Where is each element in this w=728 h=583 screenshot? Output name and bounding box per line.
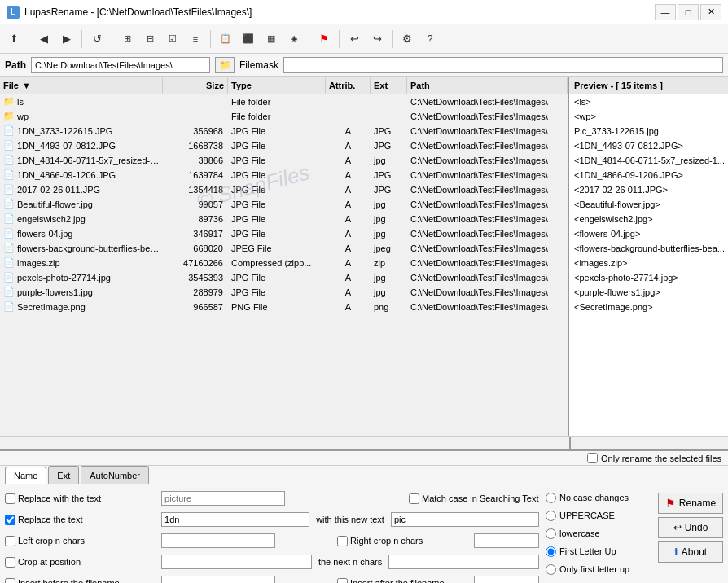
path-input[interactable] (31, 57, 210, 73)
list-item[interactable]: <Beautiful-flower.jpg> (569, 197, 728, 212)
table-row[interactable]: 📄 engelswisch2.jpg 89736 JPG File A jpg … (0, 212, 568, 226)
list-item[interactable]: <wp> (569, 109, 728, 124)
tool-btn-8[interactable]: ◈ (283, 28, 305, 50)
folder-up-button[interactable]: ⬆ (3, 28, 24, 50)
tool-btn-2[interactable]: ⊟ (139, 28, 160, 50)
table-row[interactable]: 📄 flowers-04.jpg 346917 JPG File A jpg C… (0, 226, 568, 241)
col-header-attrib[interactable]: Attrib. (326, 77, 371, 94)
replace-text-row: Replace the text (5, 511, 155, 528)
file-hscroll[interactable] (0, 437, 569, 449)
settings-button[interactable]: ⚙ (397, 28, 418, 50)
crop-at-position-checkbox[interactable] (5, 557, 15, 568)
col-header-file[interactable]: File ▼ (0, 77, 163, 94)
radio-only-first-input[interactable] (546, 564, 556, 575)
table-row[interactable]: 📄 1DN_3733-122615.JPG 356968 JPG File A … (0, 124, 568, 138)
table-row[interactable]: 📄 SecretImage.png 966587 PNG File A png … (0, 300, 568, 314)
tool-btn-4[interactable]: ≡ (185, 28, 206, 50)
list-item[interactable]: <purple-flowers1.jpg> (569, 285, 728, 300)
insert-before-input[interactable] (161, 576, 275, 583)
redo-toolbar-button[interactable]: ↪ (366, 28, 388, 50)
minimize-button[interactable]: — (655, 4, 676, 20)
radio-first-upper-input[interactable] (546, 546, 556, 557)
table-row[interactable]: 📄 purple-flowers1.jpg 288979 JPG File A … (0, 285, 568, 300)
radio-no-change-input[interactable] (546, 493, 556, 503)
preview-body[interactable]: <ls><wp>Pic_3733-122615.jpg<1DN_4493-07-… (569, 94, 728, 436)
right-crop-input[interactable] (474, 533, 539, 548)
tab-ext[interactable]: Ext (48, 466, 79, 484)
next-n-chars-input[interactable] (388, 555, 539, 569)
table-row[interactable]: 📄 1DN_4814-06-0711-5x7_resized-1.j... 38… (0, 153, 568, 168)
radio-lowercase-input[interactable] (546, 528, 556, 539)
col-header-size[interactable]: Size (163, 77, 228, 94)
with-new-text-input[interactable] (391, 512, 539, 527)
table-row[interactable]: 📄 1DN_4866-09-1206.JPG 1639784 JPG File … (0, 168, 568, 182)
list-item[interactable]: <pexels-photo-27714.jpg> (569, 270, 728, 285)
radio-uppercase-input[interactable] (546, 511, 556, 521)
insert-after-input[interactable] (474, 576, 539, 583)
file-ext: jpg (371, 214, 407, 224)
list-item[interactable]: <1DN_4814-06-0711-5x7_resized-1... (569, 153, 728, 168)
rename-button[interactable]: ⚑ Rename (658, 493, 723, 514)
tool-btn-5[interactable]: 📋 (215, 28, 236, 50)
crop-at-position-input[interactable] (161, 555, 312, 569)
insert-before-checkbox[interactable] (5, 578, 15, 584)
about-button[interactable]: ℹ About (658, 541, 723, 563)
replace-with-text-checkbox[interactable] (5, 493, 15, 504)
table-row[interactable]: 📁 ls File folder C:\NetDownload\TestFile… (0, 94, 568, 109)
close-button[interactable]: ✕ (700, 4, 721, 20)
table-row[interactable]: 📄 images.zip 47160266 Compressed (zipp..… (0, 256, 568, 270)
tool-btn-3[interactable]: ☑ (162, 28, 183, 50)
help-button[interactable]: ? (419, 28, 441, 50)
table-row[interactable]: 📁 wp File folder C:\NetDownload\TestFile… (0, 109, 568, 124)
path-browse-button[interactable]: 📁 (215, 57, 235, 73)
file-ext: jpg (371, 156, 407, 165)
list-item[interactable]: <1DN_4493-07-0812.JPG> (569, 138, 728, 153)
col-header-path[interactable]: Path (407, 77, 568, 94)
file-type: JPG File (228, 185, 326, 195)
left-crop-checkbox[interactable] (5, 536, 15, 546)
replace-text-checkbox[interactable] (5, 515, 15, 525)
list-item[interactable]: <flowers-04.jpg> (569, 226, 728, 241)
replace-with-text-input[interactable] (161, 491, 285, 506)
undo-toolbar-button[interactable]: ↩ (344, 28, 365, 50)
col-header-ext[interactable]: Ext (371, 77, 407, 94)
list-item[interactable]: Pic_3733-122615.jpg (569, 124, 728, 138)
maximize-button[interactable]: □ (678, 4, 699, 20)
right-crop-checkbox[interactable] (337, 536, 348, 546)
list-item[interactable]: <SecretImage.png> (569, 300, 728, 314)
table-row[interactable]: 📄 1DN_4493-07-0812.JPG 1668738 JPG File … (0, 138, 568, 153)
file-ext: jpg (371, 229, 407, 239)
table-row[interactable]: 📄 pexels-photo-27714.jpg 3545393 JPG Fil… (0, 270, 568, 285)
tool-btn-1[interactable]: ⊞ (116, 28, 138, 50)
list-item[interactable]: <1DN_4866-09-1206.JPG> (569, 168, 728, 182)
list-item[interactable]: <2017-02-26 011.JPG> (569, 182, 728, 197)
table-row[interactable]: 📄 2017-02-26 011.JPG 1354418 JPG File A … (0, 182, 568, 197)
list-item[interactable]: <ls> (569, 94, 728, 109)
left-crop-input[interactable] (161, 533, 275, 548)
match-case-checkbox[interactable] (409, 493, 419, 504)
back-button[interactable]: ◀ (33, 28, 55, 50)
replace-text-input[interactable] (161, 512, 309, 527)
list-item[interactable]: <images.zip> (569, 256, 728, 270)
tool-btn-9[interactable]: ⚑ (314, 28, 335, 50)
refresh-button[interactable]: ↺ (86, 28, 107, 50)
insert-after-checkbox[interactable] (337, 578, 348, 584)
file-icon: 📄 (3, 287, 15, 297)
filemask-input[interactable] (283, 57, 723, 73)
col-header-type[interactable]: Type (228, 77, 326, 94)
preview-hscroll[interactable] (569, 437, 728, 449)
tool-btn-6[interactable]: ⬛ (238, 28, 259, 50)
file-list-body[interactable]: 📁 ls File folder C:\NetDownload\TestFile… (0, 94, 568, 436)
tab-name[interactable]: Name (5, 467, 46, 484)
undo-button[interactable]: ↩ Undo (658, 517, 723, 538)
file-attrib: A (326, 126, 371, 136)
table-row[interactable]: 📄 Beautiful-flower.jpg 99057 JPG File A … (0, 197, 568, 212)
forward-button[interactable]: ▶ (56, 28, 77, 50)
only-selected-checkbox[interactable] (587, 453, 598, 463)
titlebar-title: LupasRename - [C:\NetDownload\TestFiles\… (24, 7, 252, 18)
table-row[interactable]: 📄 flowers-background-butterflies-beau...… (0, 241, 568, 256)
list-item[interactable]: <flowers-background-butterflies-bea... (569, 241, 728, 256)
tool-btn-7[interactable]: ▦ (261, 28, 282, 50)
tab-autonumber[interactable]: AutoNumber (81, 466, 149, 484)
list-item[interactable]: <engelswisch2.jpg> (569, 212, 728, 226)
